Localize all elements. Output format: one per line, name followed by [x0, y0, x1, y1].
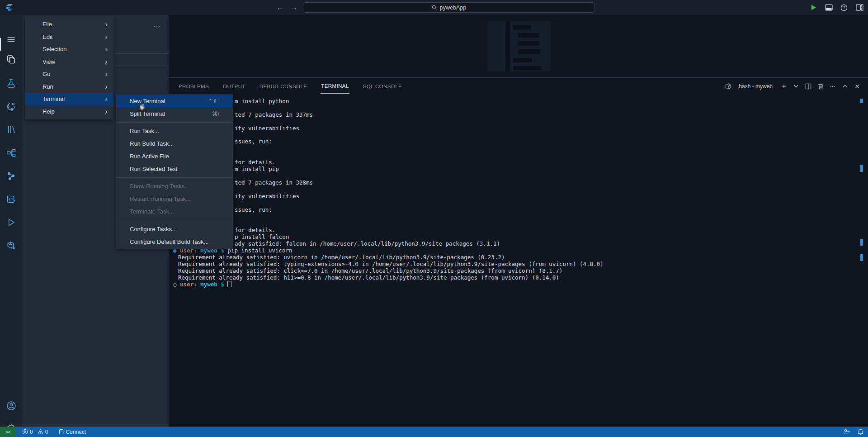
customize-layout-icon[interactable] [854, 3, 864, 13]
panel-tab-output[interactable]: OUTPUT [222, 79, 246, 94]
chevron-right-icon: › [105, 95, 108, 103]
submenu-item-label: Split Terminal [130, 110, 203, 117]
chevron-right-icon: › [105, 45, 108, 53]
submenu-item-configure-tasks[interactable]: Configure Tasks... [116, 223, 233, 235]
scatter-graph-icon[interactable] [5, 171, 17, 182]
bottom-panel: PROBLEMSOUTPUTDEBUG CONSOLETERMINALSQL C… [169, 77, 868, 427]
new-terminal-icon[interactable]: + [780, 82, 788, 90]
errors-count: 0 [30, 429, 33, 435]
back-arrow-icon[interactable]: ← [275, 2, 286, 13]
terminal-scrollbar-decoration [860, 254, 863, 261]
sidebar-section-divider [115, 66, 169, 66]
mouse-cursor: 🖐 [139, 104, 146, 110]
menu-separator [116, 177, 233, 178]
flask-icon[interactable] [5, 78, 17, 89]
kill-terminal-icon[interactable] [817, 82, 824, 90]
submenu-item-configure-default-build-task[interactable]: Configure Default Build Task... [116, 235, 233, 248]
remote-indicator[interactable]: >< [0, 427, 16, 437]
explorer-icon[interactable] [5, 54, 17, 65]
status-bar: >< 0 0 Connect [0, 427, 868, 437]
warnings-count: 0 [45, 429, 48, 435]
panel-actions: bash - myweb + ⋯ ✕ [725, 78, 861, 95]
editor-area [169, 15, 868, 77]
menu-item-view[interactable]: View› [25, 56, 113, 68]
toggle-panel-icon[interactable] [824, 3, 834, 13]
forward-arrow-icon[interactable]: → [288, 2, 299, 13]
submenu-item-run-selected-text[interactable]: Run Selected Text [116, 162, 233, 175]
panel-tab-problems[interactable]: PROBLEMS [178, 79, 209, 94]
project-search-input[interactable]: pywebApp [303, 2, 595, 13]
panel-tab-debug-console[interactable]: DEBUG CONSOLE [259, 79, 308, 94]
submenu-item-run-task[interactable]: Run Task... [116, 124, 233, 137]
database-icon [59, 429, 64, 435]
terminal-submenu: New Terminal⌃⇧`🖐Split Terminal⌘\Run Task… [116, 94, 233, 249]
menu-item-terminal[interactable]: Terminal› [25, 93, 113, 105]
submenu-item-terminate-task: Terminate Task... [116, 205, 233, 218]
menu-item-label: View [42, 58, 105, 65]
menu-item-label: File [42, 21, 105, 28]
menu-item-file[interactable]: File› [25, 18, 113, 31]
menu-item-label: Terminal [42, 95, 105, 102]
notifications-bell-icon[interactable] [858, 429, 863, 435]
svg-text:?: ? [843, 5, 845, 10]
run-outline-icon[interactable] [5, 217, 17, 228]
share-network-icon[interactable] [5, 101, 17, 112]
account-icon[interactable] [5, 400, 17, 411]
active-view-indicator [0, 38, 1, 51]
menu-separator [116, 220, 233, 220]
project-search-value: pywebApp [440, 5, 466, 11]
more-actions-icon[interactable]: ⋯ [829, 82, 836, 90]
menu-item-help[interactable]: Help› [25, 105, 113, 118]
close-panel-icon[interactable]: ✕ [854, 82, 861, 90]
warnings-icon [38, 429, 43, 435]
code-check-icon[interactable] [5, 194, 17, 205]
chevron-right-icon: › [105, 108, 108, 115]
menu-icon[interactable] [5, 34, 17, 45]
connect-button[interactable]: Connect [59, 429, 86, 435]
sidebar-section-divider [115, 53, 169, 54]
split-terminal-icon[interactable] [805, 82, 812, 90]
submenu-item-run-build-task[interactable]: Run Build Task... [116, 137, 233, 150]
library-icon[interactable] [5, 124, 17, 135]
extensions-plug-icon[interactable] [5, 240, 17, 252]
main-menu: File›Edit›Selection›View›Go›Run›Terminal… [25, 16, 113, 119]
menu-item-go[interactable]: Go› [25, 68, 113, 81]
hierarchy-icon[interactable] [5, 147, 17, 159]
menu-item-selection[interactable]: Selection› [25, 43, 113, 56]
maximize-panel-icon[interactable] [841, 82, 849, 90]
chevron-right-icon: › [105, 58, 108, 66]
submenu-item-label: Run Build Task... [130, 140, 219, 147]
menu-item-label: Help [42, 108, 105, 115]
menu-item-run[interactable]: Run› [25, 81, 113, 93]
submenu-item-run-active-file[interactable]: Run Active File [116, 150, 233, 162]
submenu-item-label: Run Active File [130, 153, 219, 160]
submenu-item-split-terminal[interactable]: Split Terminal⌘\ [116, 107, 233, 120]
submenu-item-label: Run Selected Text [130, 166, 219, 172]
chevron-right-icon: › [105, 70, 108, 78]
feedback-icon[interactable] [843, 429, 850, 435]
minimap [487, 21, 551, 71]
keybinding-label: ⌃⇧` [208, 98, 219, 104]
submenu-item-label: Run Task... [130, 128, 219, 134]
activity-bar [0, 15, 22, 427]
problems-status[interactable]: 0 0 [22, 429, 48, 435]
submenu-item-label: Show Running Tasks... [130, 183, 219, 190]
chevron-right-icon: › [105, 33, 108, 41]
terminal-dropdown-icon[interactable] [793, 82, 800, 90]
terminal-instance-label[interactable]: bash - myweb [739, 83, 773, 90]
panel-tab-sql-console[interactable]: SQL CONSOLE [363, 79, 402, 94]
menu-item-label: Run [42, 83, 105, 90]
app-logo-icon [5, 4, 14, 11]
help-icon[interactable]: ? [839, 3, 849, 13]
panel-tab-terminal[interactable]: TERMINAL [321, 79, 349, 94]
menu-item-label: Edit [42, 33, 105, 40]
run-icon[interactable] [808, 3, 818, 13]
submenu-item-label: Terminate Task... [130, 208, 219, 215]
submenu-item-new-terminal[interactable]: New Terminal⌃⇧`🖐 [116, 95, 233, 107]
terminal-scrollbar-decoration [860, 239, 863, 246]
keybinding-label: ⌘\ [212, 110, 219, 117]
menu-item-edit[interactable]: Edit› [25, 31, 113, 43]
submenu-item-show-running-tasks: Show Running Tasks... [116, 180, 233, 193]
more-actions-icon[interactable]: … [153, 20, 161, 28]
submenu-item-restart-running-task: Restart Running Task... [116, 193, 233, 205]
